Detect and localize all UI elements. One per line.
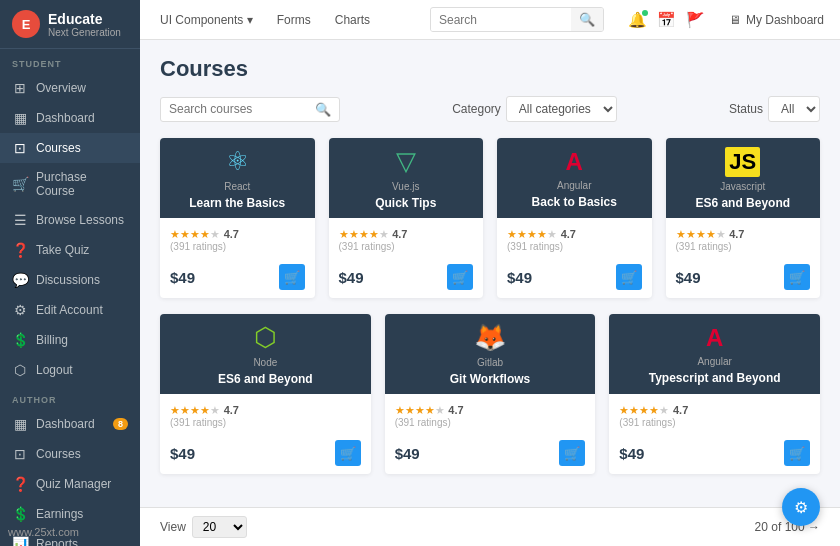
author-section-label: Author bbox=[0, 385, 140, 409]
sidebar-logo[interactable]: E Educate Next Generation bbox=[0, 0, 140, 49]
filter-bar: 🔍 Category All categories Status All bbox=[160, 96, 820, 122]
discussions-icon: 💬 bbox=[12, 272, 28, 288]
add-to-cart-3[interactable]: 🛒 bbox=[784, 264, 810, 290]
price-6: $49 bbox=[619, 445, 644, 462]
fab-button[interactable]: ⚙ bbox=[782, 488, 820, 526]
course-search-input[interactable] bbox=[169, 102, 309, 116]
add-to-cart-0[interactable]: 🛒 bbox=[279, 264, 305, 290]
ratings-count-3: (391 ratings) bbox=[676, 241, 811, 252]
topbar: UI Components ▾ Forms Charts 🔍 🔔 📅 🚩 🖥 M… bbox=[140, 0, 840, 40]
sidebar-item-logout-student[interactable]: ⬡ Logout bbox=[0, 355, 140, 385]
sidebar-item-quiz[interactable]: ❓ Take Quiz bbox=[0, 235, 140, 265]
course-info-4: ★★★★★ 4.7 (391 ratings) bbox=[160, 394, 371, 436]
course-card-3: JS Javascript ES6 and Beyond ★★★★★ 4.7 (… bbox=[666, 138, 821, 298]
sidebar-item-quiz-manager[interactable]: ❓ Quiz Manager bbox=[0, 469, 140, 499]
dashboard-link-label[interactable]: My Dashboard bbox=[746, 13, 824, 27]
ratings-count-1: (391 ratings) bbox=[339, 241, 474, 252]
status-label: Status bbox=[729, 102, 763, 116]
topbar-dashboard[interactable]: 🖥 My Dashboard bbox=[729, 13, 824, 27]
add-to-cart-6[interactable]: 🛒 bbox=[784, 440, 810, 466]
course-thumb-4: ⬡ Node ES6 and Beyond bbox=[160, 314, 371, 394]
course-title-3: ES6 and Beyond bbox=[695, 196, 790, 210]
course-tech-1: Vue.js bbox=[392, 181, 419, 192]
react-icon: ⚛ bbox=[226, 146, 249, 177]
sidebar-item-edit-account[interactable]: ⚙ Edit Account bbox=[0, 295, 140, 325]
main-content: UI Components ▾ Forms Charts 🔍 🔔 📅 🚩 🖥 M… bbox=[140, 0, 840, 546]
sidebar-item-courses[interactable]: ⊡ Courses bbox=[0, 133, 140, 163]
price-1: $49 bbox=[339, 269, 364, 286]
course-bottom-5: $49 🛒 bbox=[385, 436, 596, 474]
nav-charts[interactable]: Charts bbox=[331, 13, 374, 27]
sidebar-item-author-dashboard[interactable]: ▦ Dashboard 8 bbox=[0, 409, 140, 439]
category-select[interactable]: All categories bbox=[506, 96, 617, 122]
fab-icon: ⚙ bbox=[794, 498, 808, 517]
rating-5: 4.7 bbox=[448, 404, 463, 416]
author-courses-icon: ⊡ bbox=[12, 446, 28, 462]
price-4: $49 bbox=[170, 445, 195, 462]
sidebar-item-dashboard-student[interactable]: ▦ Dashboard bbox=[0, 103, 140, 133]
bottom-bar: View 20 50 100 20 of 100 → bbox=[140, 507, 840, 546]
add-to-cart-4[interactable]: 🛒 bbox=[335, 440, 361, 466]
watermark: www.25xt.com bbox=[8, 526, 79, 538]
billing-icon: 💲 bbox=[12, 332, 28, 348]
course-thumb-0: ⚛ React Learn the Basics bbox=[160, 138, 315, 218]
course-search-icon: 🔍 bbox=[315, 102, 331, 117]
earnings-icon: 💲 bbox=[12, 506, 28, 522]
price-2: $49 bbox=[507, 269, 532, 286]
add-to-cart-1[interactable]: 🛒 bbox=[447, 264, 473, 290]
price-0: $49 bbox=[170, 269, 195, 286]
rating-1: 4.7 bbox=[392, 228, 407, 240]
sidebar-item-browse[interactable]: ☰ Browse Lessons bbox=[0, 205, 140, 235]
angular2-icon: A bbox=[706, 324, 723, 352]
course-title-1: Quick Tips bbox=[375, 196, 436, 210]
quiz-icon: ❓ bbox=[12, 242, 28, 258]
purchase-label: Purchase Course bbox=[36, 170, 128, 198]
sidebar-item-purchase[interactable]: 🛒 Purchase Course bbox=[0, 163, 140, 205]
nav-ui-components[interactable]: UI Components ▾ bbox=[156, 13, 257, 27]
stars-5: ★★★★ bbox=[395, 404, 435, 416]
status-select[interactable]: All bbox=[768, 96, 820, 122]
course-search-box[interactable]: 🔍 bbox=[160, 97, 340, 122]
topbar-search[interactable]: 🔍 bbox=[430, 7, 604, 32]
course-card-1: ▽ Vue.js Quick Tips ★★★★★ 4.7 (391 ratin… bbox=[329, 138, 484, 298]
course-card-6: A Angular Typescript and Beyond ★★★★★ 4.… bbox=[609, 314, 820, 474]
sidebar-item-overview[interactable]: ⊞ Overview bbox=[0, 73, 140, 103]
browse-label: Browse Lessons bbox=[36, 213, 124, 227]
add-to-cart-2[interactable]: 🛒 bbox=[616, 264, 642, 290]
course-info-1: ★★★★★ 4.7 (391 ratings) bbox=[329, 218, 484, 260]
node-icon: ⬡ bbox=[254, 322, 277, 353]
flag-icon[interactable]: 🚩 bbox=[686, 11, 705, 29]
dashboard-badge: 8 bbox=[113, 418, 128, 430]
earnings-label: Earnings bbox=[36, 507, 83, 521]
course-title-0: Learn the Basics bbox=[189, 196, 285, 210]
topbar-search-input[interactable] bbox=[431, 9, 571, 31]
stars-1: ★★★★ bbox=[339, 228, 379, 240]
logout-label: Logout bbox=[36, 363, 73, 377]
dashboard-label: Dashboard bbox=[36, 111, 95, 125]
calendar-icon[interactable]: 📅 bbox=[657, 11, 676, 29]
sidebar-item-billing[interactable]: 💲 Billing bbox=[0, 325, 140, 355]
sidebar-item-author-courses[interactable]: ⊡ Courses bbox=[0, 439, 140, 469]
price-5: $49 bbox=[395, 445, 420, 462]
view-select[interactable]: 20 50 100 bbox=[192, 516, 247, 538]
rating-2: 4.7 bbox=[561, 228, 576, 240]
course-bottom-3: $49 🛒 bbox=[666, 260, 821, 298]
sidebar-item-earnings[interactable]: 💲 Earnings bbox=[0, 499, 140, 529]
cart-icon: 🛒 bbox=[12, 176, 28, 192]
rating-0: 4.7 bbox=[224, 228, 239, 240]
stars-2: ★★★★ bbox=[507, 228, 547, 240]
add-to-cart-5[interactable]: 🛒 bbox=[559, 440, 585, 466]
notification-icon[interactable]: 🔔 bbox=[628, 11, 647, 29]
search-icon[interactable]: 🔍 bbox=[571, 8, 603, 31]
stars-4: ★★★★ bbox=[170, 404, 210, 416]
courses-label: Courses bbox=[36, 141, 81, 155]
sidebar-item-discussions[interactable]: 💬 Discussions bbox=[0, 265, 140, 295]
course-tech-6: Angular bbox=[697, 356, 731, 367]
nav-forms[interactable]: Forms bbox=[273, 13, 315, 27]
course-grid-row2: ⬡ Node ES6 and Beyond ★★★★★ 4.7 (391 rat… bbox=[160, 314, 820, 474]
logo-text: Educate Next Generation bbox=[48, 11, 121, 38]
angular-icon: A bbox=[566, 148, 583, 176]
view-label: View bbox=[160, 520, 186, 534]
course-bottom-2: $49 🛒 bbox=[497, 260, 652, 298]
ratings-count-2: (391 ratings) bbox=[507, 241, 642, 252]
